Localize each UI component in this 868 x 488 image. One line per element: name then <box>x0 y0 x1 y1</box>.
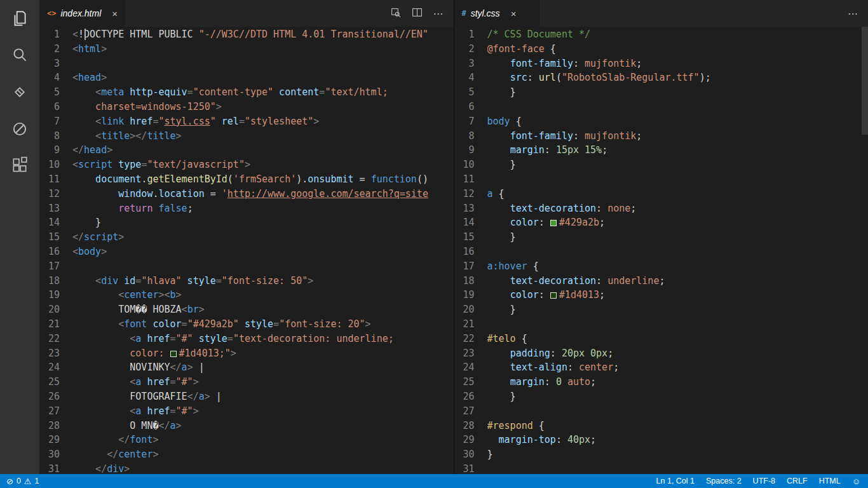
code-line[interactable]: 21 <box>454 317 868 332</box>
code-token: src <box>510 72 527 83</box>
language-mode[interactable]: HTML <box>819 477 841 485</box>
code-line[interactable]: 19 <center><b> <box>39 288 454 302</box>
code-line[interactable]: 4<head> <box>39 71 454 85</box>
code-line[interactable]: 17a:hover { <box>454 259 868 274</box>
code-line[interactable]: 24 NOVINKY</a> | <box>39 360 454 375</box>
code-line[interactable]: 24 text-align: center; <box>454 360 868 375</box>
editor-index-html[interactable]: 1<!DOCTYPE HTML PUBLIC "-//W3C//DTD HTML… <box>39 27 454 474</box>
line-number: 26 <box>39 390 72 404</box>
code-line[interactable]: 6 <box>454 100 868 114</box>
close-icon[interactable]: × <box>112 8 118 19</box>
code-line[interactable]: 8 <title></title> <box>39 129 454 144</box>
more-actions-icon[interactable]: ⋯ <box>433 8 444 20</box>
code-line[interactable]: 29 </font> <box>39 433 454 447</box>
code-line[interactable]: 25 <a href="#"> <box>39 375 454 390</box>
code-line[interactable]: 11 document.getElementById('frmSearch').… <box>39 172 454 187</box>
line-number: 15 <box>454 230 487 245</box>
feedback-smiley-icon[interactable]: ☺ <box>852 477 860 486</box>
code-line[interactable]: 5 <meta http-equiv="content-type" conten… <box>39 85 454 100</box>
code-line[interactable]: 20 } <box>454 302 868 317</box>
code-line[interactable]: 21 <font color="#429a2b" style="font-siz… <box>39 317 454 332</box>
status-problems[interactable]: ⊘ 0 ⚠ 1 <box>0 477 39 486</box>
editor-styl-css[interactable]: 1/* CSS Document */2@font-face {3 font-f… <box>454 27 868 474</box>
code-line[interactable]: 11 <box>454 172 868 187</box>
search-icon[interactable] <box>0 37 39 74</box>
split-editor-icon[interactable] <box>412 7 423 20</box>
debug-icon[interactable] <box>0 111 39 147</box>
code-line[interactable]: 20 TOM�� HOBZA<br> <box>39 302 454 317</box>
code-line[interactable]: 25 margin: 0 auto; <box>454 375 868 390</box>
code-token: = <box>354 173 371 185</box>
code-line[interactable]: 29 margin-top: 40px; <box>454 433 868 447</box>
code-line[interactable]: 4 src: url("RobotoSlab-Regular.ttf"); <box>454 71 868 85</box>
code-line[interactable]: 7body { <box>454 114 868 129</box>
code-line[interactable]: 12 window.location = 'http://www.google.… <box>39 187 454 201</box>
color-swatch[interactable] <box>170 351 177 357</box>
code-line[interactable]: 13 return false; <box>39 201 454 216</box>
code-line[interactable]: 17 <box>39 259 454 274</box>
code-line[interactable]: 2<html> <box>39 42 454 57</box>
code-line[interactable]: 8 font-family: mujfontik; <box>454 129 868 144</box>
code-token: = <box>170 405 176 417</box>
code-line[interactable]: 1/* CSS Document */ <box>454 27 868 42</box>
code-line[interactable]: 26 FOTOGRAFIE</a> | <box>39 390 454 404</box>
code-line[interactable]: 30} <box>454 447 868 462</box>
code-line[interactable]: 31 <box>454 462 868 474</box>
code-line[interactable]: 16<body> <box>39 245 454 259</box>
code-line[interactable]: 27 <a href="#"> <box>39 404 454 419</box>
indentation-setting[interactable]: Spaces: 2 <box>706 477 742 485</box>
code-line[interactable]: 14 } <box>39 215 454 230</box>
code-line[interactable]: 31 </div> <box>39 462 454 474</box>
code-token <box>487 289 510 301</box>
explorer-icon[interactable] <box>0 0 39 37</box>
code-line[interactable]: 13 text-decoration: none; <box>454 201 868 216</box>
code-line[interactable]: 23 padding: 20px 0px; <box>454 346 868 361</box>
close-icon[interactable]: × <box>511 8 517 19</box>
line-number: 12 <box>454 187 487 201</box>
code-line[interactable]: 22 <a href="#" style="text-decoration: u… <box>39 332 454 346</box>
code-line[interactable]: 1<!DOCTYPE HTML PUBLIC "-//W3C//DTD HTML… <box>39 27 454 42</box>
code-line[interactable]: 3 <box>39 57 454 71</box>
code-line[interactable]: 2@font-face { <box>454 42 868 57</box>
code-token: = <box>205 188 222 200</box>
tab-index-html[interactable]: <> index.html × <box>39 0 126 27</box>
code-token: 15% <box>585 144 602 156</box>
code-line[interactable]: 7 <link href="styl.css" rel="stylesheet"… <box>39 114 454 129</box>
tab-styl-css[interactable]: # styl.css × <box>454 0 540 27</box>
open-preview-icon[interactable] <box>390 7 401 20</box>
code-line[interactable]: 6 charset=windows-1250"> <box>39 100 454 114</box>
code-token: !DOCTYPE HTML PUBLIC <box>78 29 199 40</box>
vertical-scrollbar-thumb[interactable] <box>862 27 868 135</box>
code-line[interactable]: 15 } <box>454 230 868 245</box>
more-actions-icon[interactable]: ⋯ <box>848 8 858 20</box>
code-line[interactable]: 10 } <box>454 158 868 172</box>
code-line[interactable]: 14 color: #429a2b; <box>454 215 868 230</box>
code-line[interactable]: 23 color: #1d4013;"> <box>39 346 454 361</box>
code-line[interactable]: 22#telo { <box>454 332 868 346</box>
code-line[interactable]: 15</script> <box>39 230 454 245</box>
code-line[interactable]: 18 <div id="hlava" style="font-size: 50"… <box>39 274 454 288</box>
code-line[interactable]: 5 } <box>454 85 868 100</box>
code-token: ; <box>599 217 605 228</box>
source-control-icon[interactable] <box>0 74 39 111</box>
code-line[interactable]: 18 text-decoration: underline; <box>454 274 868 288</box>
code-line[interactable]: 9 margin: 15px 15%; <box>454 143 868 158</box>
eol-setting[interactable]: CRLF <box>787 477 808 485</box>
code-line[interactable]: 28 O MN�</a> <box>39 419 454 433</box>
code-line[interactable]: 12a { <box>454 187 868 201</box>
code-line[interactable]: 10<script type="text/javascript"> <box>39 158 454 172</box>
code-line[interactable]: 19 color: #1d4013; <box>454 288 868 302</box>
code-line[interactable]: 27 <box>454 404 868 419</box>
code-line[interactable]: 16 <box>454 245 868 259</box>
error-icon: ⊘ <box>6 477 13 486</box>
code-line[interactable]: 3 font-family: mujfontik; <box>454 57 868 71</box>
extensions-icon[interactable] <box>0 147 39 184</box>
color-swatch[interactable] <box>550 220 557 226</box>
code-line[interactable]: 28#respond { <box>454 419 868 433</box>
encoding-setting[interactable]: UTF-8 <box>753 477 775 485</box>
code-line[interactable]: 26 } <box>454 390 868 404</box>
color-swatch[interactable] <box>550 292 557 299</box>
code-line[interactable]: 9</head> <box>39 143 454 158</box>
cursor-position[interactable]: Ln 1, Col 1 <box>656 477 695 485</box>
code-line[interactable]: 30 </center> <box>39 447 454 462</box>
